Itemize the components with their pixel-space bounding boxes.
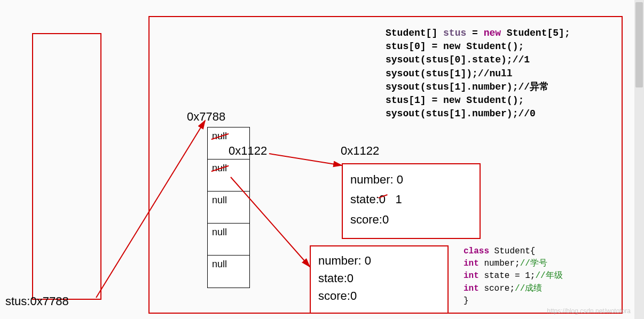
stack-region: [32, 33, 101, 300]
object-box-2: number: 0 state:0 score:0: [310, 245, 449, 314]
obj2-number: number: 0: [318, 252, 440, 269]
obj1-state: state:0 1: [350, 189, 472, 209]
code-line-3: sysout(stus[0].state);//1: [386, 53, 610, 67]
array-cell-4: null: [208, 256, 249, 288]
codeb-line-3: int state = 1;//年级: [464, 270, 563, 282]
array-cell-1: null: [208, 160, 249, 192]
scrollbar-vertical[interactable]: [634, 0, 644, 319]
code-line-5: sysout(stus[1].number);//异常: [386, 81, 610, 94]
codeb-line-2: int number;//学号: [464, 258, 563, 270]
code-snippet-bottom: class Student{ int number;//学号 int state…: [464, 245, 563, 307]
obj2-score: score:0: [318, 287, 440, 305]
array-address-label: 0x7788: [187, 110, 225, 124]
addr-label-a: 0x1122: [229, 144, 267, 158]
stack-var-label: stus:0x7788: [5, 294, 69, 308]
array-cell-3: null: [208, 224, 249, 256]
code-line-2: stus[0] = new Student();: [386, 40, 610, 53]
obj1-number: number: 0: [350, 170, 472, 189]
codeb-line-1: class Student{: [464, 245, 563, 258]
diagram-canvas: stus:0x7788 0x7788 null null null null n…: [0, 0, 644, 319]
code-snippet-top: Student[] stus = new Student[5]; stus[0]…: [386, 27, 610, 121]
scrollbar-thumb[interactable]: [635, 2, 643, 87]
object-box-1: number: 0 state:0 1 score:0: [342, 163, 481, 239]
obj1-score: score:0: [350, 210, 472, 229]
array-cell-2: null: [208, 192, 249, 224]
code-line-6: stus[1] = new Student();: [386, 94, 610, 107]
code-line-1: Student[] stus = new Student[5];: [386, 27, 610, 40]
codeb-line-4: int score;//成绩: [464, 283, 563, 295]
watermark: https://blog.csdn.net/wototora: [547, 307, 631, 315]
codeb-line-5: }: [464, 295, 563, 307]
code-line-4: sysout(stus[1]);//null: [386, 67, 610, 81]
code-line-7: sysout(stus[1].number);//0: [386, 107, 610, 121]
obj2-state: state:0: [318, 269, 440, 287]
addr-label-b: 0x1122: [341, 144, 379, 158]
